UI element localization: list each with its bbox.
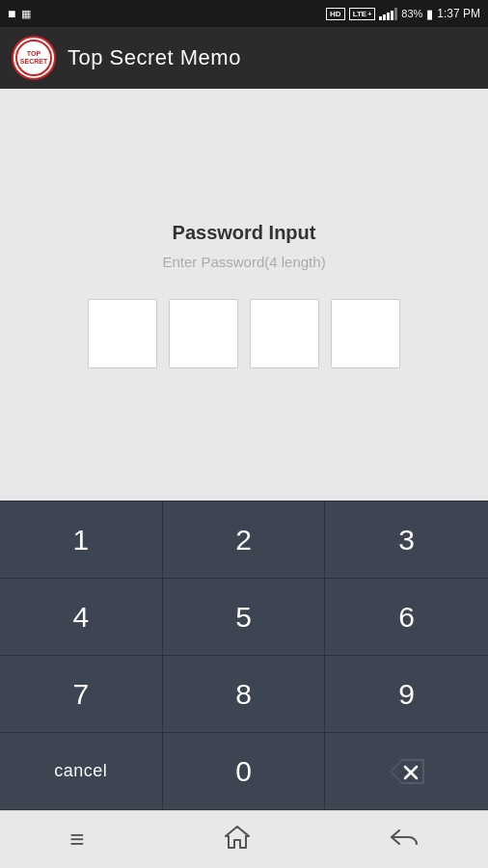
key-1[interactable]: 1 bbox=[0, 502, 163, 579]
battery-percent: 83% bbox=[401, 8, 422, 19]
app-title: Top Secret Memo bbox=[68, 45, 241, 70]
key-0[interactable]: 0 bbox=[163, 733, 326, 810]
logo-inner: TOP SECRET bbox=[15, 40, 52, 76]
status-bar-left: ■ ▦ bbox=[8, 6, 31, 21]
keypad-area: 1 2 3 4 5 6 7 8 9 cancel 0 bbox=[0, 501, 488, 810]
key-7[interactable]: 7 bbox=[0, 656, 163, 733]
key-5[interactable]: 5 bbox=[163, 579, 326, 656]
app-status-icon: ■ bbox=[8, 6, 15, 21]
menu-icon[interactable]: ≡ bbox=[60, 815, 94, 864]
password-box-4 bbox=[331, 299, 400, 368]
nav-bar: ≡ bbox=[0, 810, 488, 868]
key-4[interactable]: 4 bbox=[0, 579, 163, 656]
password-box-1 bbox=[88, 299, 157, 368]
backspace-icon bbox=[390, 759, 424, 784]
home-icon[interactable] bbox=[214, 815, 260, 865]
password-title: Password Input bbox=[173, 222, 316, 244]
battery-icon: ▮ bbox=[426, 7, 433, 21]
notification-icon: ▦ bbox=[21, 8, 31, 20]
password-boxes bbox=[88, 299, 400, 368]
key-cancel[interactable]: cancel bbox=[0, 733, 163, 810]
signal-bars bbox=[379, 7, 397, 20]
key-backspace[interactable] bbox=[325, 733, 488, 810]
key-3[interactable]: 3 bbox=[325, 502, 488, 579]
time-display: 1:37 PM bbox=[437, 7, 480, 20]
status-bar: ■ ▦ HD LTE+ 83% ▮ 1:37 PM bbox=[0, 0, 488, 27]
app-header: TOP SECRET Top Secret Memo bbox=[0, 27, 488, 89]
lte-badge: LTE+ bbox=[349, 8, 376, 20]
key-8[interactable]: 8 bbox=[163, 656, 326, 733]
hd-badge: HD bbox=[326, 8, 345, 20]
back-icon[interactable] bbox=[380, 817, 428, 863]
keypad-grid: 1 2 3 4 5 6 7 8 9 cancel 0 bbox=[0, 501, 488, 810]
main-content: Password Input Enter Password(4 length) bbox=[0, 89, 488, 501]
app-logo: TOP SECRET bbox=[12, 36, 56, 80]
status-bar-right: HD LTE+ 83% ▮ 1:37 PM bbox=[326, 7, 480, 21]
password-box-3 bbox=[250, 299, 319, 368]
key-6[interactable]: 6 bbox=[325, 579, 488, 656]
logo-text: TOP SECRET bbox=[20, 50, 47, 65]
password-hint: Enter Password(4 length) bbox=[162, 254, 325, 270]
key-9[interactable]: 9 bbox=[325, 656, 488, 733]
password-box-2 bbox=[169, 299, 238, 368]
key-2[interactable]: 2 bbox=[163, 502, 326, 579]
